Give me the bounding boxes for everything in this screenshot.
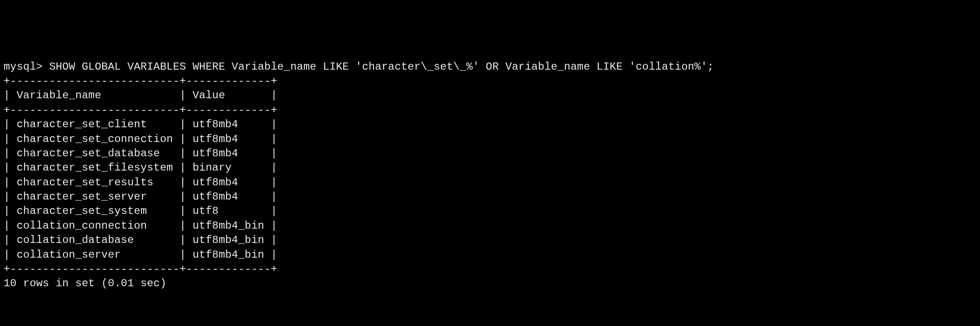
table-body: | character_set_client | utf8mb4 | | cha… [4,118,277,261]
mysql-prompt: mysql> [4,61,43,73]
table-border-mid: +--------------------------+------------… [4,104,277,116]
result-footer: 10 rows in set (0.01 sec) [4,277,166,289]
prompt-line: mysql> SHOW GLOBAL VARIABLES WHERE Varia… [4,61,714,73]
table-border-bottom: +--------------------------+------------… [4,263,277,275]
terminal-output: mysql> SHOW GLOBAL VARIABLES WHERE Varia… [4,60,976,291]
sql-command: SHOW GLOBAL VARIABLES WHERE Variable_nam… [49,61,714,73]
table-header-row: | Variable_name | Value | [4,89,277,101]
table-border-top: +--------------------------+------------… [4,75,277,87]
